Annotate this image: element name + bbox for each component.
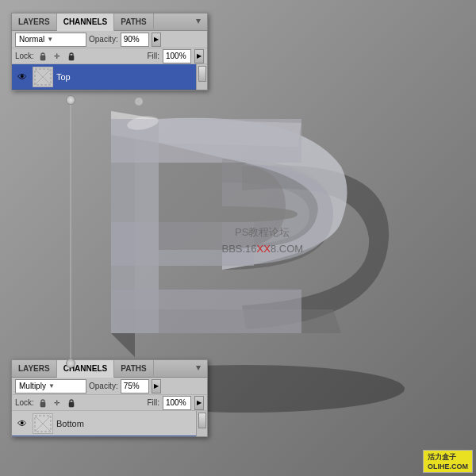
- panel-top-blend-row: Normal ▼ Opacity: 90% ▶: [12, 31, 207, 48]
- logo-line1: 活力盒子: [428, 452, 468, 463]
- opacity-input-bottom[interactable]: 75%: [121, 379, 149, 393]
- tab-channels-top[interactable]: CHANNELS: [57, 13, 115, 31]
- panel-top: LAYERS CHANNELS PATHS Normal ▼ Opacity: …: [11, 13, 208, 90]
- svg-rect-15: [69, 56, 74, 60]
- fill-arrow-top[interactable]: ▶: [194, 49, 204, 63]
- layer-thumb-bottom: [33, 413, 53, 434]
- svg-rect-14: [40, 56, 45, 60]
- fill-input-bottom[interactable]: 100%: [163, 396, 191, 410]
- svg-rect-10: [111, 290, 301, 333]
- layer-name-top: Top: [56, 72, 71, 82]
- panel-bottom: LAYERS CHANNELS PATHS Multiply ▼ Opacity…: [11, 359, 208, 437]
- connector-dot-top: [66, 95, 75, 105]
- opacity-label-bottom: Opacity:: [89, 382, 118, 390]
- svg-rect-21: [40, 402, 45, 407]
- lock-move-icon-bottom[interactable]: ✛: [52, 397, 63, 409]
- panel-bottom-blend-row: Multiply ▼ Opacity: 75% ▶: [12, 378, 207, 395]
- layer-name-bottom: Bottom: [56, 419, 84, 428]
- lock-label-top: Lock:: [15, 52, 34, 60]
- svg-marker-13: [196, 19, 201, 24]
- fill-label-bottom: Fill:: [147, 398, 159, 407]
- fill-arrow-bottom[interactable]: ▶: [194, 396, 204, 410]
- svg-marker-20: [196, 366, 201, 370]
- opacity-arrow-top[interactable]: ▶: [152, 33, 161, 47]
- logo-line2: OLIHE.COM: [428, 463, 468, 470]
- scrollbar-thumb-top[interactable]: [198, 66, 206, 82]
- scrollbar-bottom[interactable]: [196, 411, 207, 436]
- blend-mode-dropdown-bottom[interactable]: Multiply ▼: [15, 379, 86, 393]
- layer-list-top: 👁 Top: [12, 64, 207, 90]
- panel-top-tabs: LAYERS CHANNELS PATHS: [12, 13, 207, 31]
- panel-bottom-lock-row: Lock: ✛ Fill: 100% ▶: [12, 395, 207, 411]
- tab-layers-bottom[interactable]: LAYERS: [12, 360, 57, 378]
- layer-thumb-top: [33, 67, 53, 87]
- layer-item-top[interactable]: 👁 Top: [12, 64, 207, 90]
- connector-line: [70, 100, 71, 362]
- svg-rect-22: [69, 402, 74, 407]
- visibility-eye-bottom[interactable]: 👁: [15, 416, 29, 431]
- tab-paths-top[interactable]: PATHS: [114, 13, 153, 31]
- panel-menu-icon-top[interactable]: [193, 16, 204, 27]
- svg-point-12: [135, 98, 143, 106]
- fill-input-top[interactable]: 100%: [163, 49, 191, 63]
- logo-area: 活力盒子 OLIHE.COM: [423, 450, 473, 473]
- lock-pixel-icon[interactable]: [37, 51, 48, 62]
- lock-move-icon[interactable]: ✛: [52, 51, 63, 62]
- scrollbar-top[interactable]: [196, 64, 207, 90]
- panel-menu-icon-bottom[interactable]: [193, 363, 204, 374]
- lock-all-icon-bottom[interactable]: [66, 397, 77, 409]
- visibility-eye-top[interactable]: 👁: [15, 70, 29, 84]
- lock-all-icon[interactable]: [66, 51, 77, 62]
- layer-item-bottom[interactable]: 👁 Bottom: [12, 411, 207, 436]
- opacity-label-top: Opacity:: [89, 35, 118, 44]
- lock-pixel-icon-bottom[interactable]: [37, 397, 48, 409]
- connector-dot-bottom: [66, 359, 75, 368]
- opacity-arrow-bottom[interactable]: ▶: [152, 379, 161, 393]
- scrollbar-thumb-bottom[interactable]: [198, 413, 206, 428]
- panel-bottom-tabs: LAYERS CHANNELS PATHS: [12, 360, 207, 378]
- lock-label-bottom: Lock:: [15, 398, 34, 407]
- tab-layers-top[interactable]: LAYERS: [12, 13, 57, 31]
- tab-paths-bottom[interactable]: PATHS: [114, 360, 153, 378]
- logo-box: 活力盒子 OLIHE.COM: [423, 450, 473, 473]
- opacity-input-top[interactable]: 90%: [121, 33, 149, 47]
- fill-label-top: Fill:: [147, 52, 159, 60]
- panel-top-lock-row: Lock: ✛ Fill: 100% ▶: [12, 48, 207, 64]
- blend-mode-dropdown-top[interactable]: Normal ▼: [15, 33, 86, 47]
- layer-list-bottom: 👁 Bottom: [12, 411, 207, 436]
